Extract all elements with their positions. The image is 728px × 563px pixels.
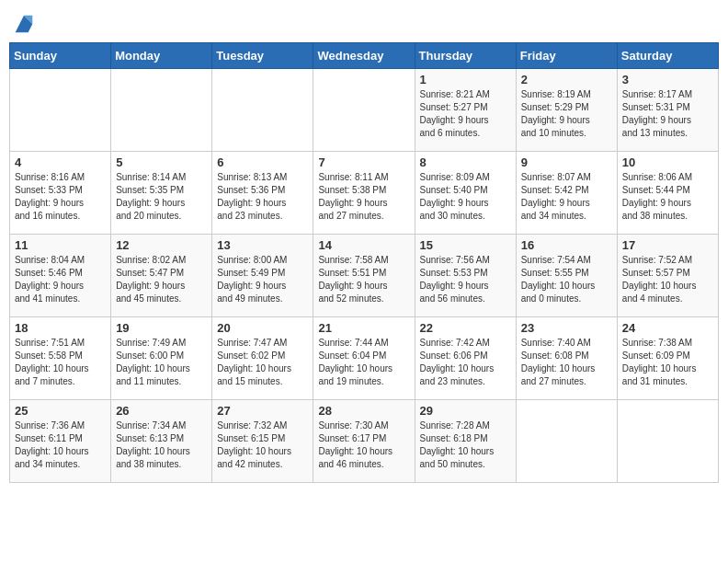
day-info: Sunrise: 8:06 AM Sunset: 5:44 PM Dayligh… [622, 171, 713, 223]
day-cell [10, 69, 111, 152]
logo [9, 15, 37, 37]
day-info: Sunrise: 7:30 AM Sunset: 6:17 PM Dayligh… [318, 419, 409, 471]
day-info: Sunrise: 7:36 AM Sunset: 6:11 PM Dayligh… [15, 419, 106, 471]
day-info: Sunrise: 8:02 AM Sunset: 5:47 PM Dayligh… [116, 254, 207, 305]
day-info: Sunrise: 8:14 AM Sunset: 5:35 PM Dayligh… [116, 171, 207, 223]
weekday-header-tuesday: Tuesday [212, 43, 313, 69]
weekday-header-saturday: Saturday [617, 43, 718, 69]
day-info: Sunrise: 7:28 AM Sunset: 6:18 PM Dayligh… [420, 419, 511, 471]
day-cell: 26Sunrise: 7:34 AM Sunset: 6:13 PM Dayli… [111, 400, 212, 483]
day-cell: 14Sunrise: 7:58 AM Sunset: 5:51 PM Dayli… [313, 235, 415, 317]
day-number: 17 [622, 238, 713, 252]
weekday-header-thursday: Thursday [415, 43, 516, 69]
day-cell: 25Sunrise: 7:36 AM Sunset: 6:11 PM Dayli… [10, 400, 111, 483]
day-cell: 28Sunrise: 7:30 AM Sunset: 6:17 PM Dayli… [313, 400, 415, 483]
day-cell: 10Sunrise: 8:06 AM Sunset: 5:44 PM Dayli… [617, 152, 718, 235]
day-info: Sunrise: 7:38 AM Sunset: 6:09 PM Dayligh… [622, 337, 713, 388]
day-number: 16 [521, 238, 612, 252]
weekday-header-row: SundayMondayTuesdayWednesdayThursdayFrid… [10, 43, 719, 69]
day-cell: 1Sunrise: 8:21 AM Sunset: 5:27 PM Daylig… [415, 69, 516, 152]
day-info: Sunrise: 7:54 AM Sunset: 5:55 PM Dayligh… [521, 254, 612, 305]
day-cell [313, 69, 415, 152]
day-number: 29 [420, 404, 511, 418]
day-cell: 18Sunrise: 7:51 AM Sunset: 5:58 PM Dayli… [10, 317, 111, 400]
day-number: 26 [116, 404, 207, 418]
day-cell: 4Sunrise: 8:16 AM Sunset: 5:33 PM Daylig… [10, 152, 111, 235]
day-cell: 12Sunrise: 8:02 AM Sunset: 5:47 PM Dayli… [111, 235, 212, 317]
page-header [9, 9, 719, 37]
day-number: 1 [420, 73, 511, 86]
day-cell: 6Sunrise: 8:13 AM Sunset: 5:36 PM Daylig… [212, 152, 313, 235]
day-info: Sunrise: 8:09 AM Sunset: 5:40 PM Dayligh… [420, 171, 511, 223]
day-number: 6 [217, 155, 308, 169]
logo-icon [11, 11, 37, 37]
day-cell: 17Sunrise: 7:52 AM Sunset: 5:57 PM Dayli… [617, 235, 718, 317]
day-number: 15 [420, 238, 511, 252]
day-info: Sunrise: 8:07 AM Sunset: 5:42 PM Dayligh… [521, 171, 612, 223]
week-row-5: 25Sunrise: 7:36 AM Sunset: 6:11 PM Dayli… [10, 400, 719, 483]
day-number: 19 [116, 321, 207, 335]
day-cell [617, 400, 718, 483]
day-cell: 8Sunrise: 8:09 AM Sunset: 5:40 PM Daylig… [415, 152, 516, 235]
day-info: Sunrise: 7:52 AM Sunset: 5:57 PM Dayligh… [622, 254, 713, 305]
day-info: Sunrise: 7:42 AM Sunset: 6:06 PM Dayligh… [420, 337, 511, 388]
day-info: Sunrise: 8:11 AM Sunset: 5:38 PM Dayligh… [318, 171, 409, 223]
day-info: Sunrise: 7:58 AM Sunset: 5:51 PM Dayligh… [318, 254, 409, 305]
week-row-2: 4Sunrise: 8:16 AM Sunset: 5:33 PM Daylig… [10, 152, 719, 235]
day-cell: 20Sunrise: 7:47 AM Sunset: 6:02 PM Dayli… [212, 317, 313, 400]
day-number: 14 [318, 238, 409, 252]
day-cell: 15Sunrise: 7:56 AM Sunset: 5:53 PM Dayli… [415, 235, 516, 317]
day-number: 4 [15, 155, 106, 169]
weekday-header-wednesday: Wednesday [313, 43, 415, 69]
day-cell: 29Sunrise: 7:28 AM Sunset: 6:18 PM Dayli… [415, 400, 516, 483]
day-cell: 5Sunrise: 8:14 AM Sunset: 5:35 PM Daylig… [111, 152, 212, 235]
day-info: Sunrise: 8:21 AM Sunset: 5:27 PM Dayligh… [420, 88, 511, 140]
day-number: 12 [116, 238, 207, 252]
day-number: 11 [15, 238, 106, 252]
day-number: 5 [116, 155, 207, 169]
day-cell [516, 400, 617, 483]
day-cell: 16Sunrise: 7:54 AM Sunset: 5:55 PM Dayli… [516, 235, 617, 317]
day-number: 25 [15, 404, 106, 418]
day-number: 22 [420, 321, 511, 335]
day-number: 23 [521, 321, 612, 335]
day-info: Sunrise: 7:44 AM Sunset: 6:04 PM Dayligh… [318, 337, 409, 388]
day-info: Sunrise: 7:32 AM Sunset: 6:15 PM Dayligh… [217, 419, 308, 471]
week-row-4: 18Sunrise: 7:51 AM Sunset: 5:58 PM Dayli… [10, 317, 719, 400]
day-info: Sunrise: 7:47 AM Sunset: 6:02 PM Dayligh… [217, 337, 308, 388]
day-cell: 23Sunrise: 7:40 AM Sunset: 6:08 PM Dayli… [516, 317, 617, 400]
day-info: Sunrise: 7:51 AM Sunset: 5:58 PM Dayligh… [15, 337, 106, 388]
day-info: Sunrise: 8:13 AM Sunset: 5:36 PM Dayligh… [217, 171, 308, 223]
day-cell [212, 69, 313, 152]
day-number: 13 [217, 238, 308, 252]
day-cell: 7Sunrise: 8:11 AM Sunset: 5:38 PM Daylig… [313, 152, 415, 235]
day-number: 18 [15, 321, 106, 335]
day-cell: 2Sunrise: 8:19 AM Sunset: 5:29 PM Daylig… [516, 69, 617, 152]
day-info: Sunrise: 7:34 AM Sunset: 6:13 PM Dayligh… [116, 419, 207, 471]
day-number: 21 [318, 321, 409, 335]
day-info: Sunrise: 7:40 AM Sunset: 6:08 PM Dayligh… [521, 337, 612, 388]
day-info: Sunrise: 8:19 AM Sunset: 5:29 PM Dayligh… [521, 88, 612, 140]
day-cell: 11Sunrise: 8:04 AM Sunset: 5:46 PM Dayli… [10, 235, 111, 317]
day-number: 27 [217, 404, 308, 418]
day-cell: 9Sunrise: 8:07 AM Sunset: 5:42 PM Daylig… [516, 152, 617, 235]
day-cell: 19Sunrise: 7:49 AM Sunset: 6:00 PM Dayli… [111, 317, 212, 400]
day-cell: 13Sunrise: 8:00 AM Sunset: 5:49 PM Dayli… [212, 235, 313, 317]
day-number: 10 [622, 155, 713, 169]
day-info: Sunrise: 8:00 AM Sunset: 5:49 PM Dayligh… [217, 254, 308, 305]
day-number: 2 [521, 73, 612, 86]
weekday-header-monday: Monday [111, 43, 212, 69]
week-row-3: 11Sunrise: 8:04 AM Sunset: 5:46 PM Dayli… [10, 235, 719, 317]
day-number: 7 [318, 155, 409, 169]
day-cell: 27Sunrise: 7:32 AM Sunset: 6:15 PM Dayli… [212, 400, 313, 483]
day-number: 3 [622, 73, 713, 86]
week-row-1: 1Sunrise: 8:21 AM Sunset: 5:27 PM Daylig… [10, 69, 719, 152]
day-info: Sunrise: 7:49 AM Sunset: 6:00 PM Dayligh… [116, 337, 207, 388]
day-number: 8 [420, 155, 511, 169]
day-cell [111, 69, 212, 152]
day-info: Sunrise: 8:04 AM Sunset: 5:46 PM Dayligh… [15, 254, 106, 305]
day-cell: 21Sunrise: 7:44 AM Sunset: 6:04 PM Dayli… [313, 317, 415, 400]
day-number: 20 [217, 321, 308, 335]
day-number: 9 [521, 155, 612, 169]
day-info: Sunrise: 7:56 AM Sunset: 5:53 PM Dayligh… [420, 254, 511, 305]
